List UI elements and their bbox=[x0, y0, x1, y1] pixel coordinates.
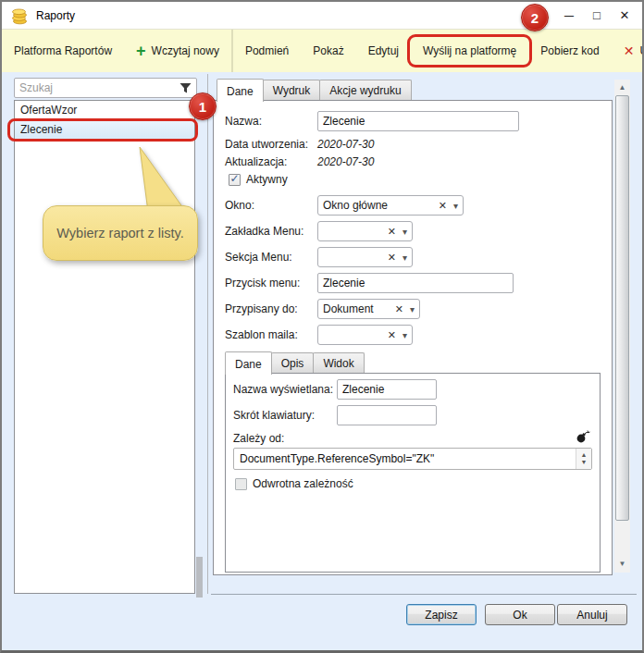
toolbar-button-label: Wczytaj nowy bbox=[152, 44, 219, 57]
field-label-aktualizacja: Aktualizacja: bbox=[225, 155, 317, 168]
toolbar-button-edytuj[interactable]: Edytuj bbox=[356, 30, 411, 72]
okno-value: Okno główne bbox=[323, 199, 433, 212]
spin-down-icon[interactable]: ▼ bbox=[581, 460, 588, 465]
chevron-down-icon[interactable]: ▾ bbox=[402, 253, 407, 263]
toolbar-button-label: Wyślij na platformę bbox=[423, 44, 516, 57]
toolbar-button-pokaz[interactable]: Pokaż bbox=[301, 30, 355, 72]
toolbar-button-platforma-raportow[interactable]: Platforma Raportów bbox=[2, 30, 124, 72]
toolbar-button-label: Platforma Raportów bbox=[14, 44, 112, 57]
search-box[interactable] bbox=[14, 78, 197, 98]
toolbar-button-label: Podmień bbox=[245, 44, 289, 57]
minimize-button[interactable]: ─ bbox=[555, 2, 583, 29]
field-label-zalezy-od: Zależy od: bbox=[233, 432, 284, 445]
vertical-scrollbar[interactable]: ▲ ▼ bbox=[614, 80, 630, 573]
search-input[interactable] bbox=[19, 81, 180, 94]
close-button[interactable]: ✕ bbox=[611, 2, 638, 29]
toolbar-button-label: Pokaż bbox=[313, 44, 343, 57]
panel-splitter-handle[interactable] bbox=[196, 557, 203, 598]
toolbar-button-wczytaj-nowy[interactable]: + Wczytaj nowy bbox=[124, 30, 231, 72]
toolbar: Platforma Raportów + Wczytaj nowy Podmie… bbox=[2, 29, 642, 72]
toolbar-button-label: Pobierz kod bbox=[540, 44, 599, 57]
callout-text: Wybierz raport z listy. bbox=[56, 226, 183, 240]
toolbar-button-wyslij-na-platforme[interactable]: Wyślij na platformę bbox=[411, 30, 528, 72]
field-label-skrot-klawiatury: Skrót klawiatury: bbox=[233, 409, 337, 422]
plus-icon: + bbox=[136, 44, 146, 57]
odwrotna-zaleznosc-label: Odwrotna zależność bbox=[253, 477, 353, 490]
aktywny-label: Aktywny bbox=[246, 173, 288, 186]
annotation-step-badge-2: 2 bbox=[521, 4, 549, 31]
skrot-klawiatury-input[interactable] bbox=[337, 405, 437, 425]
subtab-dane[interactable]: Dane bbox=[225, 351, 272, 375]
field-label-data-utworzenia: Data utworzenia: bbox=[225, 138, 317, 151]
toolbar-button-label: Usuń bbox=[639, 44, 644, 57]
zalezy-od-input[interactable] bbox=[233, 448, 592, 470]
main-tabstrip: Dane Wydruk Akcje wydruku bbox=[213, 80, 613, 100]
bomb-icon[interactable] bbox=[576, 429, 590, 444]
chevron-down-icon[interactable]: ▾ bbox=[402, 227, 407, 237]
field-label-okno: Okno: bbox=[225, 199, 317, 212]
chevron-down-icon[interactable]: ▾ bbox=[410, 304, 415, 314]
spinner-control[interactable]: ▲ ▼ bbox=[576, 449, 591, 469]
field-label-nazwa: Nazwa: bbox=[225, 115, 317, 128]
callout-tail bbox=[130, 145, 194, 214]
toolbar-button-pobierz-kod[interactable]: Pobierz kod bbox=[528, 30, 611, 72]
clear-x-icon[interactable]: ✕ bbox=[395, 303, 403, 315]
przypisany-do-combobox[interactable]: Dokument ✕ ▾ bbox=[317, 299, 420, 319]
przypisany-do-value: Dokument bbox=[323, 302, 390, 315]
data-utworzenia-value: 2020-07-30 bbox=[317, 138, 374, 151]
clear-x-icon[interactable]: ✕ bbox=[388, 329, 396, 341]
clear-x-icon[interactable]: ✕ bbox=[388, 252, 396, 264]
footer-separator bbox=[211, 594, 637, 595]
annotation-step-badge-1: 1 bbox=[189, 92, 217, 120]
nazwa-input[interactable] bbox=[317, 111, 519, 131]
list-item-zlecenie[interactable]: Zlecenie bbox=[15, 120, 194, 140]
odwrotna-zaleznosc-checkbox[interactable] bbox=[235, 478, 247, 490]
subtab-widok[interactable]: Widok bbox=[313, 352, 364, 373]
okno-combobox[interactable]: Okno główne ✕ ▾ bbox=[317, 195, 464, 216]
tab-dane[interactable]: Dane bbox=[217, 79, 264, 102]
clear-x-icon[interactable]: ✕ bbox=[439, 200, 447, 212]
tab-content-dane: Nazwa: Data utworzenia: 2020-07-30 Aktua… bbox=[213, 100, 613, 575]
delete-x-icon: ✕ bbox=[624, 43, 635, 58]
field-label-zakladka-menu: Zakładka Menu: bbox=[225, 225, 317, 238]
clear-x-icon[interactable]: ✕ bbox=[388, 226, 396, 238]
callout-bubble: Wybierz raport z listy. bbox=[43, 205, 198, 261]
save-button[interactable]: Zapisz bbox=[406, 604, 477, 625]
spin-up-icon[interactable]: ▲ bbox=[581, 452, 588, 458]
list-item-ofertawzor[interactable]: OfertaWzor bbox=[15, 101, 194, 120]
subtab-opis[interactable]: Opis bbox=[271, 352, 315, 373]
tab-akcje-wydruku[interactable]: Akcje wydruku bbox=[319, 80, 411, 100]
chevron-down-icon[interactable]: ▾ bbox=[453, 201, 458, 211]
field-label-przycisk-menu: Przycisk menu: bbox=[225, 277, 317, 290]
zakladka-menu-combobox[interactable]: ✕ ▾ bbox=[317, 221, 413, 241]
nazwa-wyswietlana-input[interactable] bbox=[337, 379, 437, 400]
ok-button[interactable]: Ok bbox=[485, 604, 555, 625]
aktualizacja-value: 2020-07-30 bbox=[317, 155, 374, 168]
toolbar-button-usun[interactable]: ✕ Usuń bbox=[612, 30, 644, 72]
checkmark-icon: ✓ bbox=[229, 173, 239, 184]
tab-wydruk[interactable]: Wydruk bbox=[263, 80, 321, 100]
sekcja-menu-combobox[interactable]: ✕ ▾ bbox=[317, 247, 413, 267]
field-label-sekcja-menu: Sekcja Menu: bbox=[225, 251, 317, 264]
przycisk-menu-input[interactable] bbox=[317, 273, 514, 293]
aktywny-checkbox[interactable]: ✓ bbox=[229, 174, 241, 186]
detail-panel: Dane Wydruk Akcje wydruku Nazwa: Data ut… bbox=[213, 80, 613, 575]
scroll-up-icon[interactable]: ▲ bbox=[614, 80, 630, 94]
cancel-button[interactable]: Anuluj bbox=[557, 604, 627, 625]
panel-splitter-line bbox=[207, 74, 208, 594]
toolbar-button-podmien[interactable]: Podmień bbox=[233, 30, 301, 72]
field-label-szablon-maila: Szablon maila: bbox=[225, 328, 317, 341]
field-label-przypisany-do: Przypisany do: bbox=[225, 302, 317, 315]
app-window: Raporty ─ □ ✕ Platforma Raportów + Wczyt… bbox=[0, 0, 644, 653]
toolbar-button-label: Edytuj bbox=[368, 44, 399, 57]
window-title: Raporty bbox=[36, 9, 75, 22]
subtab-content-dane: Nazwa wyświetlana: Skrót klawiatury: Zal… bbox=[225, 373, 601, 573]
field-label-nazwa-wyswietlana: Nazwa wyświetlana: bbox=[233, 383, 337, 396]
scroll-down-icon[interactable]: ▼ bbox=[614, 556, 630, 571]
sub-tabstrip: Dane Opis Widok bbox=[225, 352, 612, 373]
filter-funnel-icon[interactable] bbox=[180, 82, 192, 94]
szablon-maila-combobox[interactable]: ✕ ▾ bbox=[317, 325, 413, 345]
chevron-down-icon[interactable]: ▾ bbox=[402, 330, 407, 340]
scrollbar-thumb[interactable] bbox=[615, 95, 629, 521]
maximize-button[interactable]: □ bbox=[583, 2, 611, 29]
